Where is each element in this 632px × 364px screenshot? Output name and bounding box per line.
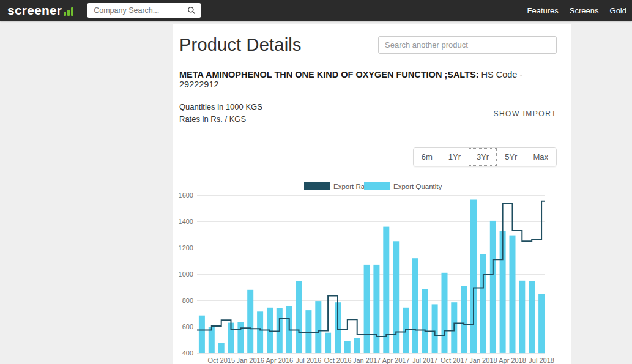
legend-label-export-quantity[interactable]: Export Quantity — [393, 183, 442, 190]
y-axis-label-800: 800 — [182, 297, 193, 304]
x-axis-label-oct-2017: Oct 2017 — [441, 357, 468, 364]
y-axis-label-1400: 1400 — [179, 218, 193, 225]
top-navbar: screener FeaturesScreensGold — [0, 0, 632, 21]
range-button-group: 6m1Yr3Yr5YrMax — [413, 147, 557, 166]
x-axis-label-oct-2016: Oct 2016 — [324, 357, 352, 364]
range-button-1yr[interactable]: 1Yr — [441, 148, 469, 166]
x-axis-label-apr-2016: Apr 2016 — [266, 357, 293, 364]
y-axis-label-1000: 1000 — [179, 270, 193, 278]
bar-jul-2017[interactable] — [422, 289, 428, 353]
content-card: Product Details META AMINOPHENOL THN ONE… — [173, 24, 571, 364]
bar-aug-2015[interactable] — [199, 316, 205, 353]
bar-aug-2016[interactable] — [315, 301, 321, 353]
bar-sep-2017[interactable] — [442, 273, 448, 353]
page-header: Product Details — [179, 35, 557, 55]
legend-swatch-export-rate[interactable] — [304, 182, 330, 190]
x-axis-label-jul-2018: Jul 2018 — [529, 357, 554, 364]
navbar-search-box — [87, 3, 201, 18]
nav-link-features[interactable]: Features — [527, 6, 559, 15]
bar-dec-2016[interactable] — [354, 338, 360, 353]
bar-feb-2017[interactable] — [373, 265, 379, 353]
x-axis-label-jan-2017: Jan 2017 — [353, 357, 381, 364]
nav-link-gold[interactable]: Gold — [610, 6, 626, 15]
bar-jun-2016[interactable] — [296, 281, 302, 353]
x-axis-label-apr-2018: Apr 2018 — [499, 357, 526, 364]
range-button-max[interactable]: Max — [525, 148, 556, 166]
rates-unit-note: Rates in Rs. / KGS — [179, 113, 262, 125]
bar-feb-2018[interactable] — [490, 221, 496, 353]
bar-jul-2018[interactable] — [538, 294, 545, 353]
product-search-input[interactable] — [378, 36, 557, 54]
y-axis-label-400: 400 — [182, 349, 193, 357]
bar-sep-2015[interactable] — [209, 327, 215, 353]
range-row: 6m1Yr3Yr5YrMax — [179, 147, 557, 166]
meta-row: Quantities in 1000 KGS Rates in Rs. / KG… — [179, 101, 557, 125]
bar-jan-2018[interactable] — [480, 254, 486, 353]
bar-feb-2016[interactable] — [257, 311, 263, 353]
bar-apr-2017[interactable] — [393, 241, 399, 353]
x-axis-label-jan-2016: Jan 2016 — [237, 357, 264, 364]
range-button-3yr[interactable]: 3Yr — [469, 148, 497, 166]
bar-oct-2015[interactable] — [218, 343, 225, 353]
x-axis-label-jul-2017: Jul 2017 — [412, 357, 438, 364]
nav-link-screens[interactable]: Screens — [570, 6, 599, 15]
navbar-links: FeaturesScreensGold — [527, 6, 626, 15]
logo[interactable]: screener — [7, 4, 73, 17]
bar-sep-2016[interactable] — [325, 333, 331, 353]
product-search-box — [378, 35, 557, 54]
chart-svg: 4006008001000120014001600Oct 2015Jan 201… — [173, 177, 571, 364]
product-name: META AMINOPHENOL THN ONE KIND OF OXYGEN … — [179, 70, 479, 80]
bar-may-2018[interactable] — [519, 281, 525, 353]
x-axis-label-jul-2016: Jul 2016 — [296, 357, 322, 364]
y-axis-label-1600: 1600 — [179, 191, 193, 199]
range-button-5yr[interactable]: 5Yr — [497, 148, 525, 166]
bar-jul-2016[interactable] — [305, 310, 311, 353]
x-axis-label-jan-2018: Jan 2018 — [469, 357, 497, 364]
y-axis-label-1200: 1200 — [179, 244, 193, 251]
range-button-6m[interactable]: 6m — [414, 148, 441, 166]
legend-swatch-export-quantity[interactable] — [364, 182, 390, 190]
bar-dec-2017[interactable] — [470, 200, 477, 354]
product-title: META AMINOPHENOL THN ONE KIND OF OXYGEN … — [179, 70, 557, 89]
logo-bars-icon — [64, 7, 73, 16]
bar-jun-2018[interactable] — [529, 281, 535, 353]
bar-apr-2018[interactable] — [510, 236, 516, 353]
search-icon[interactable] — [187, 6, 196, 15]
bar-jan-2016[interactable] — [247, 290, 253, 353]
company-search-input[interactable] — [92, 6, 187, 15]
bar-jun-2017[interactable] — [412, 258, 418, 353]
x-axis-label-apr-2017: Apr 2017 — [382, 357, 410, 364]
bar-dec-2015[interactable] — [237, 322, 244, 354]
y-axis-label-600: 600 — [182, 323, 193, 330]
show-import-button[interactable]: SHOW IMPORT — [493, 110, 557, 125]
page-title: Product Details — [179, 35, 302, 55]
bar-nov-2016[interactable] — [344, 341, 351, 353]
bar-jan-2017[interactable] — [364, 265, 370, 353]
bar-aug-2017[interactable] — [432, 304, 438, 353]
chart-container: 4006008001000120014001600Oct 2015Jan 201… — [173, 177, 571, 364]
bar-nov-2017[interactable] — [461, 286, 467, 353]
quantities-unit-note: Quantities in 1000 KGS — [179, 101, 262, 113]
logo-text: screener — [7, 4, 62, 17]
unit-notes: Quantities in 1000 KGS Rates in Rs. / KG… — [179, 101, 262, 125]
x-axis-label-oct-2015: Oct 2015 — [207, 357, 235, 364]
